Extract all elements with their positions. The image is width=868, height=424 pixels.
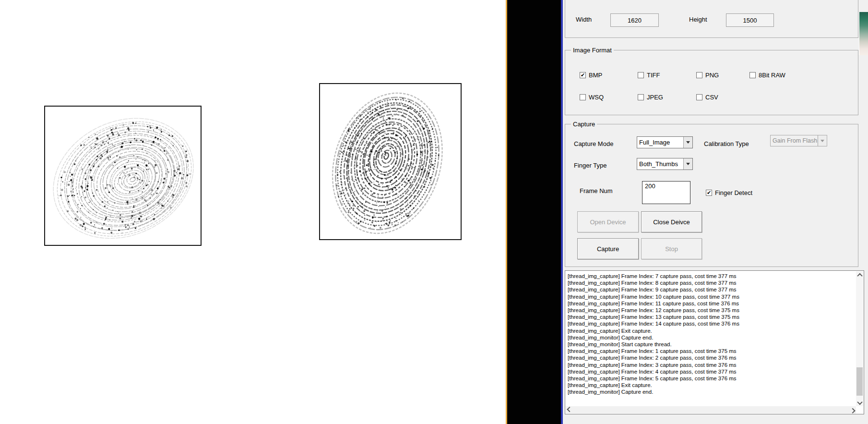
finger-type-select[interactable]: Both_Thumbs: [637, 158, 693, 170]
close-device-button[interactable]: Close Deivce: [641, 211, 702, 232]
log-line: [thread_img_capture] Exit capture.: [568, 327, 856, 334]
finger-type-label: Finger Type: [574, 162, 606, 169]
frame-num-input[interactable]: 200: [642, 181, 690, 204]
checkbox-box: ✔: [580, 72, 586, 78]
format-checkbox-tiff[interactable]: ✔ TIFF: [638, 72, 660, 79]
scroll-down-button[interactable]: [856, 399, 863, 406]
log-line: [thread_img_capture] Frame Index: 2 capt…: [568, 354, 856, 361]
checkbox-box: ✔: [638, 72, 644, 78]
black-gap-bar: [507, 0, 561, 424]
capture-title: Capture: [571, 121, 597, 128]
chevron-down-icon[interactable]: [683, 158, 692, 170]
format-checkbox-csv[interactable]: ✔ CSV: [696, 94, 718, 101]
checkbox-box: ✔: [749, 72, 756, 78]
width-field[interactable]: 1620: [610, 13, 659, 27]
chevron-up-icon: [857, 273, 862, 278]
format-checkbox-jpeg[interactable]: ✔ JPEG: [638, 94, 663, 101]
log-line: [thread_img_capture] Frame Index: 14 cap…: [568, 320, 856, 327]
fingerprint-image-right: [320, 84, 461, 239]
log-line: [thread_img_monitor] Start capture threa…: [568, 341, 856, 348]
chevron-left-icon: [567, 406, 572, 412]
height-label: Height: [689, 16, 707, 23]
checkbox-box: ✔: [696, 72, 702, 78]
log-line: [thread_img_capture] Frame Index: 7 capt…: [568, 273, 856, 279]
capture-mode-label: Capture Mode: [574, 140, 613, 147]
image-format-groupbox: Image Format: [565, 50, 858, 115]
checkbox-box: ✔: [696, 94, 702, 100]
chevron-right-icon: [850, 408, 855, 413]
width-label: Width: [576, 16, 592, 23]
chevron-down-icon[interactable]: [683, 137, 692, 148]
calibration-type-select: Gain From Flash: [770, 135, 827, 146]
stop-button: Stop: [641, 238, 702, 259]
horizontal-scrollbar[interactable]: [566, 406, 856, 413]
log-line: [thread_img_capture] Frame Index: 9 capt…: [568, 286, 856, 293]
frame-num-label: Frame Num: [580, 187, 613, 194]
checkbox-box: ✔: [638, 94, 644, 100]
log-line: [thread_img_capture] Frame Index: 5 capt…: [568, 375, 856, 382]
log-line: [thread_img_capture] Frame Index: 11 cap…: [568, 300, 856, 307]
log-line: [thread_img_capture] Frame Index: 3 capt…: [568, 362, 856, 368]
format-checkbox-8bit-raw[interactable]: ✔ 8Bit RAW: [749, 72, 785, 79]
log-line: [thread_img_monitor] Capture end.: [568, 334, 856, 341]
chevron-down-icon: [818, 135, 827, 146]
log-line: [thread_img_capture] Exit capture.: [568, 382, 856, 388]
check-icon: ✔: [707, 190, 711, 195]
fingerprint-preview-right: [319, 83, 462, 240]
log-line: [thread_img_capture] Frame Index: 8 capt…: [568, 279, 856, 286]
log-line: [thread_img_capture] Frame Index: 10 cap…: [568, 293, 856, 300]
finger-detect-checkbox[interactable]: ✔ Finger Detect: [706, 189, 752, 196]
vertical-scrollbar[interactable]: [856, 271, 863, 406]
checkbox-box: ✔: [706, 190, 712, 196]
height-field[interactable]: 1500: [726, 13, 774, 27]
scroll-up-button[interactable]: [856, 271, 863, 279]
fingerprint-image-left: [45, 107, 201, 245]
preview-canvas: [0, 0, 506, 424]
checkbox-box: ✔: [580, 94, 586, 100]
image-format-title: Image Format: [571, 47, 614, 54]
log-line: [thread_img_capture] Frame Index: 12 cap…: [568, 307, 856, 314]
capture-mode-select[interactable]: Full_Image: [637, 136, 693, 148]
scroll-left-button[interactable]: [566, 406, 573, 413]
desktop-wallpaper-sliver: [859, 12, 868, 55]
size-groupbox: [565, 0, 858, 38]
log-lines: [thread_img_capture] Frame Index: 7 capt…: [565, 271, 856, 406]
open-device-button: Open Device: [577, 211, 639, 232]
log-line: [thread_img_capture] Frame Index: 1 capt…: [568, 348, 856, 354]
calibration-type-label: Calibration Type: [704, 140, 749, 147]
log-line: [thread_img_capture] Frame Index: 13 cap…: [568, 314, 856, 320]
log-output[interactable]: [thread_img_capture] Frame Index: 7 capt…: [565, 270, 864, 414]
format-checkbox-png[interactable]: ✔ PNG: [696, 72, 719, 79]
log-line: [thread_img_capture] Frame Index: 4 capt…: [568, 368, 856, 375]
scrollbar-thumb[interactable]: [856, 367, 863, 396]
check-icon: ✔: [581, 73, 585, 78]
log-line: [thread_img_monitor] Capture end.: [568, 388, 856, 395]
format-checkbox-bmp[interactable]: ✔ BMP: [580, 72, 602, 79]
capture-button[interactable]: Capture: [577, 238, 639, 259]
fingerprint-preview-left: [44, 106, 202, 246]
format-checkbox-wsq[interactable]: ✔ WSQ: [580, 94, 604, 101]
scroll-right-button[interactable]: [849, 406, 856, 413]
chevron-down-icon: [857, 399, 862, 404]
